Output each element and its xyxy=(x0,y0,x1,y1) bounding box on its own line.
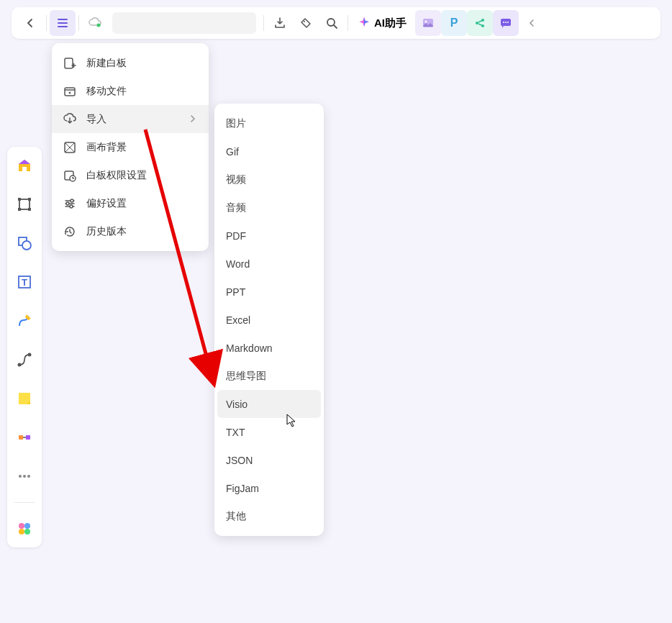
ai-sparkle-icon xyxy=(357,16,371,30)
submenu-item-gif[interactable]: Gif xyxy=(217,137,321,165)
svg-point-28 xyxy=(23,475,26,478)
svg-point-31 xyxy=(24,523,30,529)
p-tool-button[interactable]: P xyxy=(441,10,467,36)
divider xyxy=(348,15,348,31)
left-sidebar: T xyxy=(7,147,42,547)
new-board-icon xyxy=(63,57,76,70)
menu-button[interactable] xyxy=(50,10,76,36)
submenu-item-excel[interactable]: Excel xyxy=(217,306,321,334)
svg-point-19 xyxy=(22,241,31,250)
menu-item-move-file[interactable]: 移动文件 xyxy=(52,77,209,105)
submenu-item-txt[interactable]: TXT xyxy=(217,418,321,446)
ai-assistant-label: AI助手 xyxy=(374,17,407,30)
svg-rect-12 xyxy=(22,167,27,171)
import-icon xyxy=(63,113,76,126)
svg-point-39 xyxy=(71,199,73,202)
download-button[interactable] xyxy=(267,10,293,36)
menu-item-new-board[interactable]: 新建白板 xyxy=(52,49,209,77)
sticky-note-tool[interactable] xyxy=(12,386,37,411)
ai-assistant-button[interactable]: AI助手 xyxy=(351,16,412,30)
svg-point-41 xyxy=(70,205,73,208)
more-tools[interactable] xyxy=(12,463,37,489)
svg-rect-14 xyxy=(18,198,21,201)
svg-point-29 xyxy=(27,475,30,478)
svg-rect-17 xyxy=(28,208,31,211)
chat-tool-button[interactable] xyxy=(493,10,519,36)
menu-item-permissions[interactable]: 白板权限设置 xyxy=(52,161,209,189)
svg-text:T: T xyxy=(22,277,27,288)
svg-point-9 xyxy=(503,22,504,23)
menu-label: 白板权限设置 xyxy=(86,169,147,182)
svg-point-1 xyxy=(304,21,305,22)
menu-item-preferences[interactable]: 偏好设置 xyxy=(52,189,209,217)
svg-point-5 xyxy=(476,22,478,24)
svg-rect-13 xyxy=(19,199,29,209)
move-file-icon xyxy=(63,85,76,98)
menu-label: 移动文件 xyxy=(86,85,127,98)
svg-point-33 xyxy=(24,529,30,535)
svg-point-22 xyxy=(18,363,22,367)
canvas-bg-icon xyxy=(63,141,76,154)
permissions-icon xyxy=(63,169,76,182)
menu-label: 导入 xyxy=(86,113,106,126)
submenu-item-mindmap[interactable]: 思维导图 xyxy=(217,362,321,390)
submenu-item-ppt[interactable]: PPT xyxy=(217,278,321,306)
menu-item-import[interactable]: 导入 xyxy=(52,105,209,133)
import-submenu: 图片 Gif 视频 音频 PDF Word PPT Excel Markdown… xyxy=(214,104,324,536)
menu-label: 历史版本 xyxy=(86,225,127,238)
collapse-button[interactable] xyxy=(519,10,545,36)
tag-button[interactable] xyxy=(293,10,319,36)
svg-rect-25 xyxy=(19,435,23,440)
history-icon xyxy=(63,225,76,238)
menu-item-canvas-bg[interactable]: 画布背景 xyxy=(52,133,209,161)
svg-point-10 xyxy=(505,22,507,23)
divider xyxy=(78,15,79,31)
title-input[interactable] xyxy=(112,12,256,34)
svg-rect-35 xyxy=(65,88,75,96)
menu-label: 新建白板 xyxy=(86,57,127,70)
search-button[interactable] xyxy=(319,10,345,36)
apps-button[interactable] xyxy=(12,516,37,542)
image-tool-button[interactable] xyxy=(415,10,441,36)
svg-point-40 xyxy=(66,202,69,205)
svg-point-0 xyxy=(97,24,101,27)
svg-rect-16 xyxy=(18,208,21,211)
highlighter-tool[interactable] xyxy=(12,424,37,450)
menu-item-history[interactable]: 历史版本 xyxy=(52,217,209,245)
svg-rect-34 xyxy=(65,58,73,68)
preferences-icon xyxy=(63,197,76,210)
submenu-item-word[interactable]: Word xyxy=(217,250,321,278)
svg-point-11 xyxy=(507,22,509,23)
divider xyxy=(46,15,47,31)
text-tool[interactable]: T xyxy=(12,269,37,295)
submenu-item-figjam[interactable]: FigJam xyxy=(217,474,321,502)
back-button[interactable] xyxy=(17,10,43,36)
submenu-item-json[interactable]: JSON xyxy=(217,446,321,474)
connector-tool[interactable] xyxy=(12,347,37,373)
home-tool[interactable] xyxy=(12,153,37,178)
submenu-item-audio[interactable]: 音频 xyxy=(217,194,321,222)
chevron-right-icon xyxy=(189,114,197,125)
share-tool-button[interactable] xyxy=(467,10,493,36)
frame-tool[interactable] xyxy=(12,191,37,217)
submenu-item-image[interactable]: 图片 xyxy=(217,109,321,137)
svg-point-27 xyxy=(19,475,22,478)
svg-point-32 xyxy=(19,529,24,535)
svg-point-4 xyxy=(425,21,427,23)
main-menu-dropdown: 新建白板 移动文件 导入 画布背景 白板权限设置 偏好设置 xyxy=(52,43,209,251)
svg-point-23 xyxy=(28,353,32,357)
menu-label: 画布背景 xyxy=(86,141,127,154)
divider xyxy=(263,15,264,31)
svg-rect-26 xyxy=(26,435,30,440)
menu-label: 偏好设置 xyxy=(86,197,127,210)
divider xyxy=(14,502,35,503)
submenu-item-markdown[interactable]: Markdown xyxy=(217,334,321,362)
submenu-item-other[interactable]: 其他 xyxy=(217,502,321,530)
submenu-item-pdf[interactable]: PDF xyxy=(217,222,321,250)
svg-point-30 xyxy=(19,523,24,529)
submenu-item-visio[interactable]: Visio xyxy=(217,390,321,418)
cloud-sync-button[interactable] xyxy=(82,10,108,36)
submenu-item-video[interactable]: 视频 xyxy=(217,165,321,194)
pen-tool[interactable] xyxy=(12,308,37,334)
shape-tool[interactable] xyxy=(12,230,37,256)
